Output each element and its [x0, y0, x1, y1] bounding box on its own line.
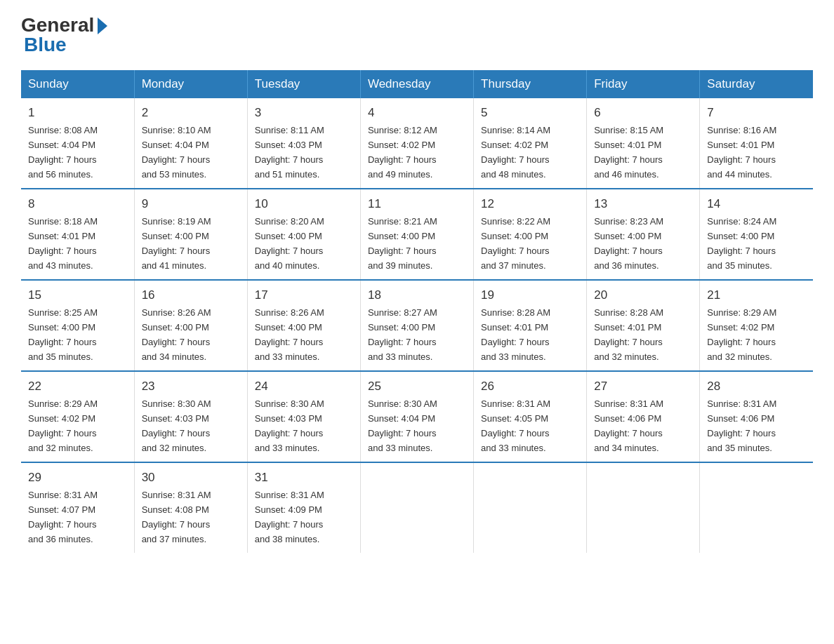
calendar-day-cell: 1 Sunrise: 8:08 AMSunset: 4:04 PMDayligh… — [21, 98, 134, 189]
calendar-day-cell: 26 Sunrise: 8:31 AMSunset: 4:05 PMDaylig… — [474, 371, 587, 462]
calendar-day-cell: 30 Sunrise: 8:31 AMSunset: 4:08 PMDaylig… — [134, 462, 247, 553]
day-number: 12 — [481, 195, 579, 213]
calendar-day-cell — [474, 462, 587, 553]
day-number: 4 — [368, 104, 466, 122]
day-info: Sunrise: 8:15 AMSunset: 4:01 PMDaylight:… — [594, 125, 663, 180]
calendar-day-cell — [360, 462, 473, 553]
day-info: Sunrise: 8:28 AMSunset: 4:01 PMDaylight:… — [594, 307, 663, 362]
day-info: Sunrise: 8:24 AMSunset: 4:00 PMDaylight:… — [707, 216, 776, 271]
calendar-day-cell: 29 Sunrise: 8:31 AMSunset: 4:07 PMDaylig… — [21, 462, 134, 553]
calendar-day-cell: 16 Sunrise: 8:26 AMSunset: 4:00 PMDaylig… — [134, 280, 247, 371]
calendar-day-cell: 22 Sunrise: 8:29 AMSunset: 4:02 PMDaylig… — [21, 371, 134, 462]
header-monday: Monday — [134, 70, 247, 98]
day-number: 23 — [142, 377, 240, 396]
calendar-day-cell: 6 Sunrise: 8:15 AMSunset: 4:01 PMDayligh… — [587, 98, 700, 189]
day-number: 10 — [255, 195, 353, 213]
day-info: Sunrise: 8:19 AMSunset: 4:00 PMDaylight:… — [142, 216, 211, 271]
calendar-week-row: 15 Sunrise: 8:25 AMSunset: 4:00 PMDaylig… — [21, 280, 813, 371]
calendar-week-row: 8 Sunrise: 8:18 AMSunset: 4:01 PMDayligh… — [21, 189, 813, 280]
day-number: 17 — [255, 286, 353, 304]
day-info: Sunrise: 8:11 AMSunset: 4:03 PMDaylight:… — [255, 125, 324, 180]
day-number: 26 — [481, 377, 579, 396]
day-number: 16 — [142, 286, 240, 304]
day-number: 9 — [142, 195, 240, 213]
calendar-day-cell: 20 Sunrise: 8:28 AMSunset: 4:01 PMDaylig… — [587, 280, 700, 371]
calendar-day-cell: 21 Sunrise: 8:29 AMSunset: 4:02 PMDaylig… — [700, 280, 813, 371]
calendar-day-cell: 17 Sunrise: 8:26 AMSunset: 4:00 PMDaylig… — [247, 280, 360, 371]
logo-blue-text: Blue — [21, 34, 107, 56]
calendar-day-cell: 25 Sunrise: 8:30 AMSunset: 4:04 PMDaylig… — [360, 371, 473, 462]
day-info: Sunrise: 8:30 AMSunset: 4:03 PMDaylight:… — [255, 398, 324, 453]
calendar-week-row: 1 Sunrise: 8:08 AMSunset: 4:04 PMDayligh… — [21, 98, 813, 189]
calendar-day-cell: 9 Sunrise: 8:19 AMSunset: 4:00 PMDayligh… — [134, 189, 247, 280]
day-info: Sunrise: 8:10 AMSunset: 4:04 PMDaylight:… — [142, 125, 211, 180]
day-info: Sunrise: 8:16 AMSunset: 4:01 PMDaylight:… — [707, 125, 776, 180]
calendar-day-cell: 15 Sunrise: 8:25 AMSunset: 4:00 PMDaylig… — [21, 280, 134, 371]
day-info: Sunrise: 8:25 AMSunset: 4:00 PMDaylight:… — [28, 307, 98, 362]
day-number: 15 — [28, 286, 127, 304]
page-header: General Blue — [21, 14, 813, 56]
calendar-day-cell: 11 Sunrise: 8:21 AMSunset: 4:00 PMDaylig… — [360, 189, 473, 280]
day-info: Sunrise: 8:30 AMSunset: 4:03 PMDaylight:… — [142, 398, 211, 453]
day-info: Sunrise: 8:31 AMSunset: 4:07 PMDaylight:… — [28, 490, 98, 544]
calendar-day-cell: 28 Sunrise: 8:31 AMSunset: 4:06 PMDaylig… — [700, 371, 813, 462]
day-info: Sunrise: 8:31 AMSunset: 4:05 PMDaylight:… — [481, 398, 550, 453]
day-info: Sunrise: 8:08 AMSunset: 4:04 PMDaylight:… — [28, 125, 98, 180]
day-number: 18 — [368, 286, 466, 304]
day-info: Sunrise: 8:20 AMSunset: 4:00 PMDaylight:… — [255, 216, 324, 271]
day-info: Sunrise: 8:29 AMSunset: 4:02 PMDaylight:… — [707, 307, 776, 362]
calendar-day-cell: 27 Sunrise: 8:31 AMSunset: 4:06 PMDaylig… — [587, 371, 700, 462]
day-info: Sunrise: 8:22 AMSunset: 4:00 PMDaylight:… — [481, 216, 550, 271]
day-info: Sunrise: 8:28 AMSunset: 4:01 PMDaylight:… — [481, 307, 550, 362]
day-number: 11 — [368, 195, 466, 213]
header-saturday: Saturday — [700, 70, 813, 98]
day-number: 2 — [142, 104, 240, 122]
day-number: 24 — [255, 377, 353, 396]
header-tuesday: Tuesday — [247, 70, 360, 98]
day-info: Sunrise: 8:31 AMSunset: 4:06 PMDaylight:… — [594, 398, 663, 453]
day-number: 13 — [594, 195, 692, 213]
day-number: 7 — [707, 104, 806, 122]
header-friday: Friday — [587, 70, 700, 98]
calendar-day-cell: 31 Sunrise: 8:31 AMSunset: 4:09 PMDaylig… — [247, 462, 360, 553]
day-info: Sunrise: 8:14 AMSunset: 4:02 PMDaylight:… — [481, 125, 550, 180]
calendar-day-cell: 18 Sunrise: 8:27 AMSunset: 4:00 PMDaylig… — [360, 280, 473, 371]
day-info: Sunrise: 8:29 AMSunset: 4:02 PMDaylight:… — [28, 398, 98, 453]
header-sunday: Sunday — [21, 70, 134, 98]
header-wednesday: Wednesday — [360, 70, 473, 98]
day-number: 6 — [594, 104, 692, 122]
day-info: Sunrise: 8:26 AMSunset: 4:00 PMDaylight:… — [142, 307, 211, 362]
calendar-day-cell — [700, 462, 813, 553]
day-number: 31 — [255, 469, 353, 487]
day-info: Sunrise: 8:31 AMSunset: 4:08 PMDaylight:… — [142, 490, 211, 544]
header-thursday: Thursday — [474, 70, 587, 98]
day-number: 25 — [368, 377, 466, 396]
calendar-day-cell: 19 Sunrise: 8:28 AMSunset: 4:01 PMDaylig… — [474, 280, 587, 371]
day-info: Sunrise: 8:30 AMSunset: 4:04 PMDaylight:… — [368, 398, 437, 453]
day-number: 19 — [481, 286, 579, 304]
calendar-day-cell: 12 Sunrise: 8:22 AMSunset: 4:00 PMDaylig… — [474, 189, 587, 280]
calendar-week-row: 29 Sunrise: 8:31 AMSunset: 4:07 PMDaylig… — [21, 462, 813, 553]
day-info: Sunrise: 8:26 AMSunset: 4:00 PMDaylight:… — [255, 307, 324, 362]
day-number: 1 — [28, 104, 127, 122]
logo: General Blue — [21, 14, 107, 56]
day-number: 5 — [481, 104, 579, 122]
day-number: 20 — [594, 286, 692, 304]
day-info: Sunrise: 8:27 AMSunset: 4:00 PMDaylight:… — [368, 307, 437, 362]
calendar-day-cell: 3 Sunrise: 8:11 AMSunset: 4:03 PMDayligh… — [247, 98, 360, 189]
day-number: 27 — [594, 377, 692, 396]
calendar-day-cell: 8 Sunrise: 8:18 AMSunset: 4:01 PMDayligh… — [21, 189, 134, 280]
day-info: Sunrise: 8:31 AMSunset: 4:06 PMDaylight:… — [707, 398, 776, 453]
day-number: 21 — [707, 286, 806, 304]
calendar-day-cell: 23 Sunrise: 8:30 AMSunset: 4:03 PMDaylig… — [134, 371, 247, 462]
day-info: Sunrise: 8:18 AMSunset: 4:01 PMDaylight:… — [28, 216, 98, 271]
calendar-day-cell: 14 Sunrise: 8:24 AMSunset: 4:00 PMDaylig… — [700, 189, 813, 280]
day-info: Sunrise: 8:23 AMSunset: 4:00 PMDaylight:… — [594, 216, 663, 271]
calendar-header-row: Sunday Monday Tuesday Wednesday Thursday… — [21, 70, 813, 98]
day-number: 29 — [28, 469, 127, 487]
calendar-day-cell — [587, 462, 700, 553]
day-number: 3 — [255, 104, 353, 122]
calendar-day-cell: 13 Sunrise: 8:23 AMSunset: 4:00 PMDaylig… — [587, 189, 700, 280]
day-number: 8 — [28, 195, 127, 213]
day-number: 14 — [707, 195, 806, 213]
